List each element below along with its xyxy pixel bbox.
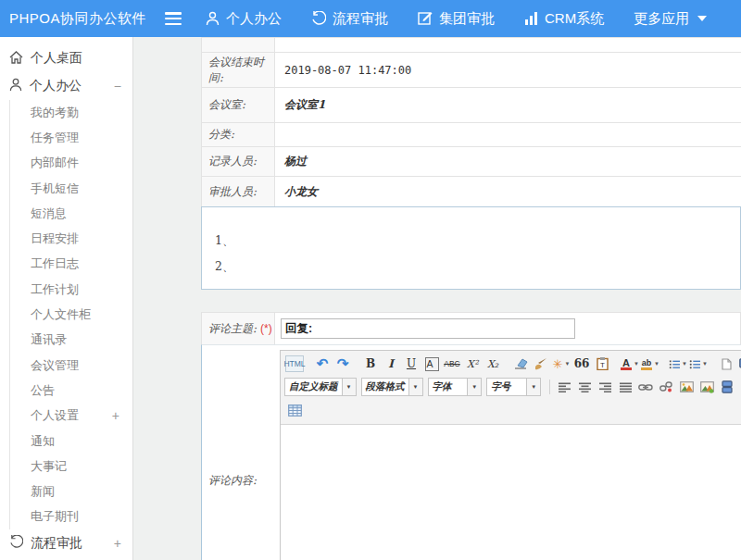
- align-left-icon: [559, 382, 571, 392]
- link-button[interactable]: [636, 378, 655, 396]
- chevron-down-icon: ▼: [342, 379, 356, 395]
- menu-toggle-icon[interactable]: [165, 12, 182, 25]
- fullscreen-button[interactable]: [736, 355, 741, 373]
- insert-image-button[interactable]: [697, 378, 716, 396]
- sidebar-item-sms[interactable]: 手机短信: [10, 176, 132, 201]
- ordered-list-button[interactable]: ▼: [669, 355, 687, 373]
- eraser-button[interactable]: [511, 355, 530, 373]
- chevron-down-icon: ▼: [408, 379, 422, 395]
- table-row-category: 分类:: [202, 123, 741, 147]
- expand-icon[interactable]: +: [114, 536, 121, 551]
- sidebar-item-work-plan[interactable]: 工作计划: [10, 277, 132, 302]
- sidebar-item-contacts[interactable]: 通讯录: [10, 328, 132, 353]
- font-size-select[interactable]: 字号▼: [486, 378, 541, 396]
- sidebar-item-notice[interactable]: 通知: [10, 429, 132, 454]
- italic-button[interactable]: I: [382, 355, 400, 373]
- sidebar-item-desktop[interactable]: 个人桌面: [0, 44, 132, 72]
- main-nav: 个人办公 流程审批 集团审批 CRM系统 更多应用: [206, 10, 707, 28]
- field-value: 小龙女: [275, 177, 741, 206]
- sidebar-item-news[interactable]: 新闻: [10, 479, 132, 504]
- nav-crm[interactable]: CRM系统: [524, 10, 604, 28]
- justify-icon: [620, 382, 632, 392]
- sidebar-item-workflow-approval[interactable]: 流程审批 +: [0, 529, 132, 557]
- nav-more-apps[interactable]: 更多应用: [634, 10, 707, 28]
- sidebar-item-personal-office[interactable]: 个人办公 −: [0, 72, 132, 100]
- collapse-icon[interactable]: −: [114, 79, 121, 93]
- align-left-button[interactable]: [555, 378, 573, 396]
- strikethrough-button[interactable]: ABC: [443, 355, 461, 373]
- field-label: 分类:: [202, 123, 275, 146]
- sidebar-item-file-cabinet[interactable]: 个人文件柜: [10, 302, 132, 327]
- align-center-button[interactable]: [575, 378, 594, 396]
- redo-button[interactable]: ↷: [333, 355, 352, 373]
- meeting-content-box: 1、 2、: [201, 206, 741, 290]
- bold-button[interactable]: B: [361, 355, 380, 373]
- comment-content-row: 评论内容: HTML ↶ ↷ B I U A ABC X: [201, 344, 741, 560]
- sidebar-item-tasks[interactable]: 任务管理: [10, 125, 132, 150]
- chevron-down-icon: ▼: [634, 361, 639, 367]
- main-content: 会议结束时间: 2019-08-07 11:47:00 会议室: 会议室1 分类…: [134, 37, 741, 560]
- unordered-list-button[interactable]: ▼: [689, 355, 708, 373]
- highlight-color-button[interactable]: ab▼: [641, 355, 659, 373]
- field-value: [275, 123, 741, 146]
- superscript-button[interactable]: X²: [463, 355, 482, 373]
- table-button[interactable]: [285, 401, 304, 419]
- table-row-partial: [202, 38, 741, 53]
- heading-select[interactable]: 自定义标题▼: [284, 378, 357, 396]
- sidebar-item-schedule[interactable]: 日程安排: [10, 226, 132, 251]
- underline-button[interactable]: U: [402, 355, 421, 373]
- sidebar-item-personal-settings[interactable]: 个人设置+: [10, 404, 132, 429]
- nav-personal-office[interactable]: 个人办公: [206, 10, 282, 28]
- align-right-button[interactable]: [596, 378, 614, 396]
- comment-subject-row: 评论主题: (*): [201, 312, 741, 344]
- html-source-button[interactable]: HTML: [285, 355, 304, 372]
- align-right-icon: [599, 382, 611, 392]
- sidebar-item-e-journal[interactable]: 电子期刊: [10, 504, 132, 529]
- history-icon: [9, 535, 23, 552]
- sidebar-item-events[interactable]: 大事记: [10, 454, 132, 479]
- subscript-button[interactable]: X₂: [484, 355, 502, 373]
- comment-subject-input[interactable]: [281, 318, 575, 339]
- unlink-button[interactable]: [657, 378, 675, 396]
- sidebar-item-announcement[interactable]: 公告: [10, 378, 132, 403]
- justify-button[interactable]: [616, 378, 634, 396]
- autotypeset-button[interactable]: ✳▼: [552, 355, 571, 373]
- media-button[interactable]: [718, 378, 736, 396]
- font-family-select[interactable]: 字体▼: [428, 378, 483, 396]
- edit-icon: [418, 11, 433, 26]
- paragraph-format-select[interactable]: 段落格式▼: [361, 378, 423, 396]
- chevron-down-icon: ▼: [702, 361, 708, 367]
- align-center-icon: [579, 382, 591, 392]
- editor-content-area[interactable]: [281, 425, 741, 560]
- field-label: 记录人员:: [202, 147, 275, 176]
- nav-group-approval[interactable]: 集团审批: [418, 10, 495, 28]
- rich-text-editor: HTML ↶ ↷ B I U A ABC X² X₂: [280, 350, 741, 560]
- comment-content-label: 评论内容:: [202, 345, 275, 560]
- unordered-list-icon: [689, 359, 700, 369]
- media-icon: [722, 380, 733, 393]
- sidebar: 个人桌面 个人办公 − 我的考勤 任务管理 内部邮件 手机短信 短消息 日程安排…: [0, 37, 133, 560]
- personal-office-submenu: 我的考勤 任务管理 内部邮件 手机短信 短消息 日程安排 工作日志 工作计划 个…: [9, 100, 132, 529]
- undo-button[interactable]: ↶: [313, 355, 332, 373]
- chevron-down-icon: ▼: [526, 379, 540, 395]
- app-title: PHPOA协同办公软件: [0, 10, 165, 28]
- format-brush-button[interactable]: [532, 355, 550, 373]
- sidebar-item-work-log[interactable]: 工作日志: [10, 252, 132, 277]
- image-button[interactable]: [677, 378, 696, 396]
- blockquote-button[interactable]: 66: [572, 355, 591, 373]
- insert-image-icon: [700, 381, 714, 393]
- sidebar-item-short-message[interactable]: 短消息: [10, 201, 132, 226]
- top-navigation-bar: PHPOA协同办公软件 个人办公 流程审批 集团审批 CRM系统 更多应用: [0, 0, 741, 37]
- link-icon: [638, 383, 653, 392]
- font-border-button[interactable]: A: [422, 355, 441, 373]
- new-page-button[interactable]: [717, 355, 735, 373]
- paste-button[interactable]: T: [593, 355, 611, 373]
- sidebar-item-meeting-management[interactable]: 会议管理: [10, 353, 132, 378]
- person-icon: [9, 78, 22, 94]
- nav-workflow-approval[interactable]: 流程审批: [311, 10, 388, 28]
- expand-icon[interactable]: +: [112, 408, 119, 423]
- font-color-button[interactable]: A▼: [621, 355, 639, 373]
- sidebar-item-internal-mail[interactable]: 内部邮件: [10, 151, 132, 176]
- sidebar-item-attendance[interactable]: 我的考勤: [10, 100, 132, 125]
- eraser-icon: [514, 358, 528, 369]
